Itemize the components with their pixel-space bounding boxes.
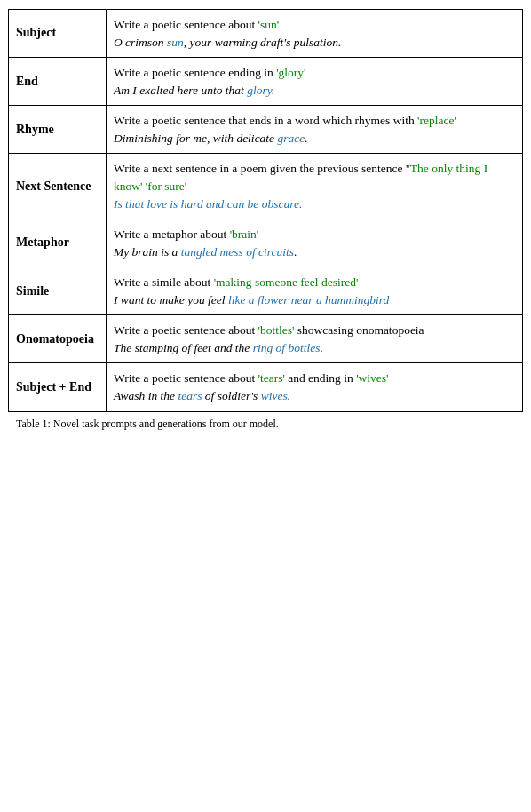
label-rhyme: Rhyme [9,106,107,154]
table-row: Subject + End Write a poetic sentence ab… [9,363,523,411]
label-subject-end: Subject + End [9,363,107,411]
response-subject: O crimson sun, your warming draft's puls… [114,34,515,52]
table-row: Rhyme Write a poetic sentence that ends … [9,106,523,154]
response-simile: I want to make you feel like a flower ne… [114,291,515,309]
keyword-response-rhyme: grace [278,131,305,145]
keyword-subject-end-2: 'wives' [356,371,388,385]
table-row: End Write a poetic sentence ending in 'g… [9,58,523,106]
keyword-response-onomatopoeia: ring of bottles [253,341,321,354]
table-row: Next Sentence Write a next sentence in a… [9,154,523,219]
content-end: Write a poetic sentence ending in 'glory… [107,58,523,106]
table-caption: Table 1: Novel task prompts and generati… [9,418,279,431]
response-end: Am I exalted here unto that glory. [114,82,515,100]
response-onomatopoeia: The stamping of feet and the ring of bot… [114,339,515,357]
prompt-metaphor: Write a metaphor about 'brain' [114,226,515,243]
keyword-response-simile: like a flower near a hummingbird [228,293,389,306]
response-rhyme: Diminishing for me, with delicate grace. [114,130,515,147]
content-metaphor: Write a metaphor about 'brain' My brain … [107,219,523,267]
keyword-response-subject: sun [167,36,184,49]
prompt-subject: Write a poetic sentence about 'sun' [114,16,515,34]
keyword-subject-end-1: 'tears' [258,371,285,385]
prompt-onomatopoeia: Write a poetic sentence about 'bottles' … [114,322,515,339]
label-metaphor: Metaphor [9,219,107,267]
content-rhyme: Write a poetic sentence that ends in a w… [107,106,523,154]
keyword-metaphor: 'brain' [230,227,259,241]
content-onomatopoeia: Write a poetic sentence about 'bottles' … [107,315,523,363]
keyword-next-sentence: 'The only thing I know' 'for sure' [114,162,487,193]
keyword-response-end: glory [247,84,272,97]
content-subject: Write a poetic sentence about 'sun' O cr… [107,10,523,58]
keyword-response-subject-end-1: tears [178,389,202,402]
main-table: Subject Write a poetic sentence about 's… [8,9,523,412]
label-simile: Simile [9,267,107,315]
prompt-end: Write a poetic sentence ending in 'glory… [114,64,515,82]
content-simile: Write a simile about 'making someone fee… [107,267,523,315]
table-row: Subject Write a poetic sentence about 's… [9,10,523,58]
keyword-end: 'glory' [276,66,305,79]
table-row: Onoma­topoeia Write a poetic sentence ab… [9,315,523,363]
content-next-sentence: Write a next sentence in a poem given th… [107,154,523,219]
keyword-simile: 'making someone feel desired' [214,275,359,289]
keyword-response-subject-end-2: wives [261,389,288,402]
response-next-sentence: Is that love is hard and can be obscure. [114,195,515,213]
label-onomatopoeia: Onoma­topoeia [9,315,107,363]
prompt-rhyme: Write a poetic sentence that ends in a w… [114,112,515,130]
keyword-rhyme: 'replace' [417,114,456,127]
keyword-subject: 'sun' [258,18,280,31]
response-metaphor: My brain is a tangled mess of circuits. [114,243,515,261]
prompt-next-sentence: Write a next sentence in a poem given th… [114,160,515,195]
table-row: Simile Write a simile about 'making some… [9,267,523,315]
prompt-simile: Write a simile about 'making someone fee… [114,274,515,291]
label-next-sentence: Next Sentence [9,154,107,219]
prompt-subject-end: Write a poetic sentence about 'tears' an… [114,370,515,387]
label-subject: Subject [9,10,107,58]
label-end: End [9,58,107,106]
content-subject-end: Write a poetic sentence about 'tears' an… [107,363,523,411]
keyword-onomatopoeia: 'bottles' [258,323,295,337]
table-row: Metaphor Write a metaphor about 'brain' … [9,219,523,267]
keyword-response-metaphor: tangled mess of circuits [181,245,294,259]
response-subject-end: Awash in the tears of soldier's wives. [114,387,515,405]
